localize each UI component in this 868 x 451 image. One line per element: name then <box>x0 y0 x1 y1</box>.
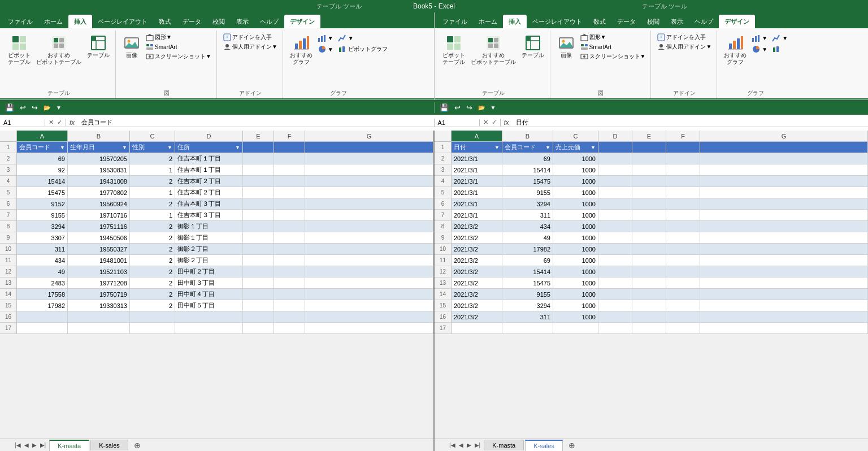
tab-page-layout-right[interactable]: ページレイアウト <box>527 15 588 28</box>
tab-page-layout-left[interactable]: ページレイアウト <box>92 15 153 28</box>
dropdown-c1-right[interactable]: ▼ <box>591 145 596 150</box>
cell-d3-left[interactable]: 住吉本町１丁目 <box>175 164 243 175</box>
cell-d2-left[interactable]: 住吉本町１丁目 <box>175 153 243 164</box>
formula-input-left[interactable] <box>78 119 433 126</box>
col-c-header-right[interactable]: C <box>553 131 598 141</box>
tab-review-right[interactable]: 校閲 <box>641 15 665 28</box>
cell-b1-left[interactable]: 生年月日▼ <box>68 142 130 153</box>
tab-nav-last-left[interactable]: ▶| <box>39 441 47 449</box>
column-chart-btn-left[interactable]: ▼ <box>316 33 335 43</box>
line-chart-btn-left[interactable]: ▼ <box>336 33 355 43</box>
qat-more-left[interactable]: ▼ <box>54 103 63 112</box>
col-f-header-left[interactable]: F <box>274 131 305 141</box>
recommended-pivot-btn-left[interactable]: おすすめピボットテーブル <box>34 33 84 67</box>
cell-c1-right[interactable]: 売上売価▼ <box>553 142 598 153</box>
cell-b3-left[interactable]: 19530831 <box>68 164 130 175</box>
tab-add-left[interactable]: ⊕ <box>129 439 145 452</box>
cell-c1-left[interactable]: 性別▼ <box>130 142 175 153</box>
pie-chart-btn-right[interactable]: ▼ <box>750 44 769 54</box>
sheet-tab-ksales-right[interactable]: K-sales <box>525 440 563 451</box>
image-btn-left[interactable]: 画像 <box>120 33 143 60</box>
col-b-header-left[interactable]: B <box>68 131 130 141</box>
cancel-formula-left[interactable]: ✕ <box>47 119 55 126</box>
tab-nav-prev-left[interactable]: ◀ <box>23 441 30 449</box>
shapes-btn-right[interactable]: 図形▼ <box>579 33 648 42</box>
col-d-header-right[interactable]: D <box>598 131 632 141</box>
tab-nav-next-left[interactable]: ▶ <box>31 441 38 449</box>
cell-b2-left[interactable]: 19570205 <box>68 153 130 164</box>
tab-help-right[interactable]: ヘルプ <box>689 15 719 28</box>
sheet-tab-kmasta-left[interactable]: K-masta <box>49 440 89 451</box>
smartart-btn-left[interactable]: SmartArt <box>144 42 213 51</box>
cell-f2-left[interactable] <box>274 153 305 164</box>
get-addin-btn-left[interactable]: + アドインを入手 <box>222 33 279 42</box>
cell-b1-right[interactable]: 会員コード▼ <box>502 142 553 153</box>
tab-data-left[interactable]: データ <box>177 15 207 28</box>
col-c-header-left[interactable]: C <box>130 131 175 141</box>
tab-review-left[interactable]: 校閲 <box>207 15 231 28</box>
cell-e1-left[interactable] <box>243 142 274 153</box>
tab-design-right[interactable]: デザイン <box>719 15 755 28</box>
cell-ref-right[interactable]: A1 <box>435 119 480 126</box>
recommended-chart-btn-left[interactable]: おすすめグラフ <box>288 33 315 67</box>
recommended-pivot-btn-right[interactable]: おすすめピボットテーブル <box>468 33 518 67</box>
tab-formula-left[interactable]: 数式 <box>153 15 177 28</box>
save-btn-right[interactable]: 💾 <box>438 102 450 113</box>
col-g-header-left[interactable]: G <box>305 131 433 141</box>
dropdown-d1-left[interactable]: ▼ <box>235 145 240 150</box>
get-addin-btn-right[interactable]: + アドインを入手 <box>656 33 713 42</box>
pie-chart-btn-left[interactable]: ▼ <box>316 44 335 54</box>
tab-nav-prev-right[interactable]: ◀ <box>458 441 465 449</box>
cell-g2-left[interactable] <box>305 153 433 164</box>
cell-c3-left[interactable]: 1 <box>130 164 175 175</box>
tab-nav-first-right[interactable]: |◀ <box>448 441 457 449</box>
personal-addin-btn-right[interactable]: 個人用アドイン▼ <box>656 42 713 51</box>
open-btn-left[interactable]: 📂 <box>42 103 52 112</box>
column-chart-btn-right[interactable]: ▼ <box>750 33 769 43</box>
sheet-tab-kmasta-right[interactable]: K-masta <box>484 440 524 450</box>
cell-ref-left[interactable]: A1 <box>0 119 45 126</box>
open-btn-right[interactable]: 📂 <box>476 103 487 112</box>
image-btn-right[interactable]: 画像 <box>555 33 578 60</box>
pivot-chart-btn-left[interactable]: ピボットグラフ <box>336 44 389 54</box>
col-a-header-left[interactable]: A <box>17 131 68 141</box>
formula-input-right[interactable] <box>513 119 868 126</box>
cell-a3-left[interactable]: 92 <box>17 164 68 175</box>
tab-home-left[interactable]: ホーム <box>38 15 68 28</box>
col-a-header-right[interactable]: A <box>452 131 502 141</box>
recommended-chart-btn-right[interactable]: おすすめグラフ <box>722 33 749 67</box>
cell-e2-left[interactable] <box>243 153 274 164</box>
tab-help-left[interactable]: ヘルプ <box>254 15 284 28</box>
screenshot-btn-left[interactable]: スクリーンショット▼ <box>144 52 213 61</box>
undo-btn-right[interactable]: ↩ <box>453 102 462 113</box>
sheet-tab-ksales-left[interactable]: K-sales <box>90 440 128 450</box>
dropdown-b1-right[interactable]: ▼ <box>545 145 550 150</box>
confirm-formula-right[interactable]: ✓ <box>491 119 498 126</box>
dropdown-b1-left[interactable]: ▼ <box>122 145 127 150</box>
pivot-chart-btn-right[interactable] <box>770 44 783 54</box>
line-chart-btn-right[interactable]: ▼ <box>770 33 789 43</box>
tab-nav-first-left[interactable]: |◀ <box>14 441 22 449</box>
tab-insert-right[interactable]: 挿入 <box>503 15 527 28</box>
undo-btn-left[interactable]: ↩ <box>18 102 28 113</box>
cell-f1-left[interactable] <box>274 142 305 153</box>
tab-add-right[interactable]: ⊕ <box>564 439 580 452</box>
tab-view-right[interactable]: 表示 <box>665 15 689 28</box>
tab-insert-left[interactable]: 挿入 <box>68 15 92 28</box>
screenshot-btn-right[interactable]: スクリーンショット▼ <box>579 52 648 61</box>
col-g-header-right[interactable]: G <box>700 131 868 141</box>
cell-a1-right[interactable]: 日付▼ <box>452 142 502 153</box>
tab-view-left[interactable]: 表示 <box>231 15 254 28</box>
tab-nav-next-right[interactable]: ▶ <box>466 441 472 449</box>
dropdown-c1-left[interactable]: ▼ <box>167 145 172 150</box>
cell-d1-left[interactable]: 住所▼ <box>175 142 243 153</box>
col-d-header-left[interactable]: D <box>175 131 243 141</box>
cell-a2-left[interactable]: 69 <box>17 153 68 164</box>
col-e-header-right[interactable]: E <box>632 131 666 141</box>
confirm-formula-left[interactable]: ✓ <box>56 119 63 126</box>
dropdown-a1-left[interactable]: ▼ <box>60 145 65 150</box>
tab-home-right[interactable]: ホーム <box>473 15 503 28</box>
table-btn-left[interactable]: テーブル <box>85 33 112 60</box>
tab-nav-last-right[interactable]: ▶| <box>474 441 482 449</box>
tab-data-right[interactable]: データ <box>611 15 641 28</box>
